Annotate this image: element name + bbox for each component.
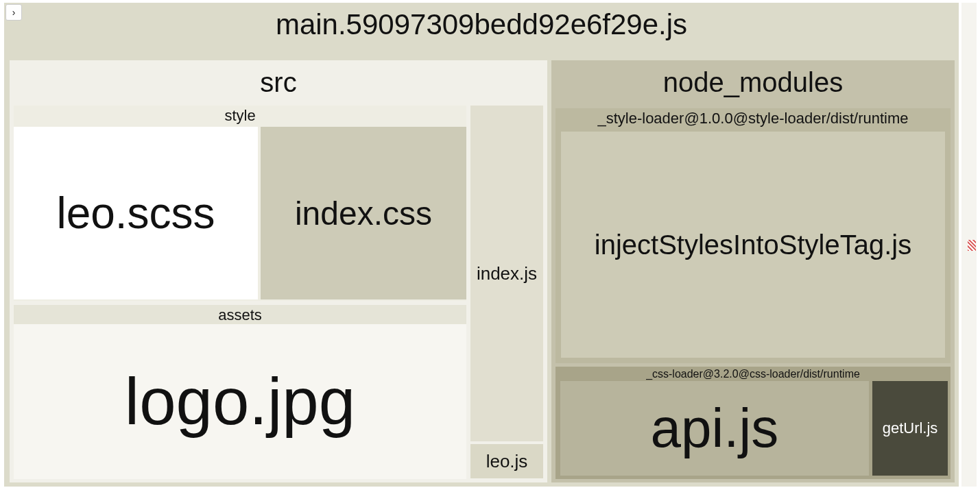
node-label: _css-loader@3.2.0@css-loader/dist/runtim…: [555, 368, 951, 380]
treemap-leaf-leo-js[interactable]: leo.js: [470, 444, 543, 478]
node-label: assets: [14, 306, 466, 324]
treemap-leaf-geturl-js[interactable]: getUrl.js: [872, 381, 948, 476]
treemap-leaf-leo-scss[interactable]: leo.scss: [14, 127, 258, 299]
node-label: node_modules: [551, 67, 955, 98]
treemap-leaf-logo-jpg[interactable]: logo.jpg: [14, 324, 466, 479]
node-label: getUrl.js: [883, 419, 938, 437]
expand-toggle-button[interactable]: ›: [5, 4, 22, 21]
node-label: api.js: [651, 397, 779, 460]
node-label: leo.scss: [56, 188, 215, 238]
node-label: logo.jpg: [125, 364, 355, 439]
node-label: style: [14, 107, 466, 125]
node-label: index.css: [295, 195, 432, 232]
treemap-canvas: › main.59097309bedd92e6f29e.js src style…: [0, 0, 980, 490]
treemap-leaf-index-js[interactable]: index.js: [470, 106, 543, 441]
treemap-leaf-api-js[interactable]: api.js: [560, 381, 869, 476]
treemap-leaf-injectstyles[interactable]: injectStylesIntoStyleTag.js: [561, 132, 945, 358]
treemap-tiny-leaf[interactable]: [968, 240, 976, 251]
node-label: src: [10, 67, 547, 98]
node-label: _style-loader@1.0.0@style-loader/dist/ru…: [555, 110, 951, 127]
node-label: main.59097309bedd92e6f29e.js: [4, 8, 959, 41]
node-label: index.js: [477, 263, 537, 284]
node-label: leo.js: [486, 451, 528, 472]
treemap-leaf-index-css[interactable]: index.css: [261, 127, 466, 299]
chevron-right-icon: ›: [12, 7, 16, 18]
node-label: injectStylesIntoStyleTag.js: [595, 230, 911, 260]
